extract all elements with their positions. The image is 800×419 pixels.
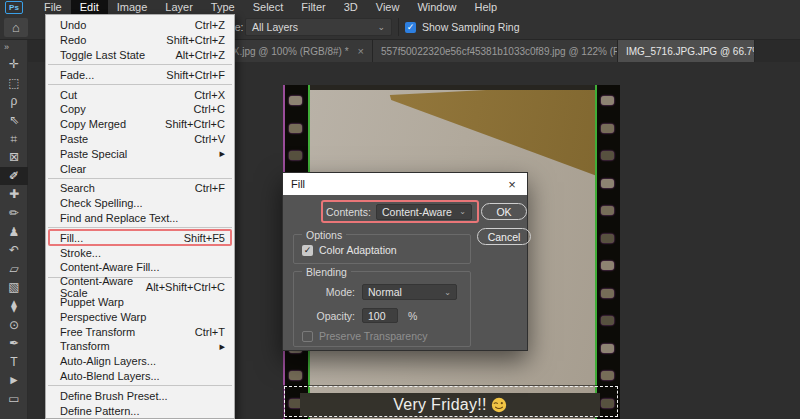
menu-item-auto-align-layers[interactable]: Auto-Align Layers... (46, 354, 234, 369)
frame-tool-icon[interactable]: ⊠ (0, 148, 28, 167)
menu-separator (48, 64, 232, 65)
tools-panel: » ✛ ⬚ ρ ⇖ ⌗ ⊠ ✐ ✚ ✏ ♟ ↶ ▱ ▧ ⧫ ⊙ ✒ T ► ▭ (0, 40, 28, 419)
menu-item-redo[interactable]: RedoShift+Ctrl+Z (46, 33, 234, 48)
menu-separator (48, 227, 232, 228)
mode-label: Mode: (294, 286, 362, 298)
menu-help[interactable]: Help (466, 0, 507, 15)
photoshop-logo-icon: Ps (5, 1, 23, 14)
clone-stamp-tool-icon[interactable]: ♟ (0, 222, 28, 241)
close-dialog-icon[interactable]: × (497, 177, 527, 192)
menu-item-transform[interactable]: Transform▸ (46, 339, 234, 354)
menu-file[interactable]: File (35, 0, 71, 15)
photoshop-window: Ps File Edit Image Layer Type Select Fil… (0, 0, 800, 419)
menu-edit[interactable]: Edit (71, 0, 108, 15)
selection-marching-ants (284, 386, 618, 417)
menu-3d[interactable]: 3D (335, 0, 367, 15)
menu-view[interactable]: View (367, 0, 409, 15)
menu-item-puppet-warp[interactable]: Puppet Warp (46, 295, 234, 310)
home-icon[interactable]: ⌂ (4, 18, 28, 37)
menu-item-perspective-warp[interactable]: Perspective Warp (46, 309, 234, 324)
menu-filter[interactable]: Filter (292, 0, 334, 15)
menu-item-fade[interactable]: Fade...Shift+Ctrl+F (46, 67, 234, 82)
blur-tool-icon[interactable]: ⧫ (0, 297, 28, 316)
chevron-down-icon: ⌄ (444, 288, 451, 297)
menu-separator (48, 385, 232, 386)
menu-item-clear[interactable]: Clear (46, 161, 234, 176)
show-sampling-ring-checkbox[interactable]: ✓ (405, 22, 416, 33)
color-adaptation-checkbox[interactable]: ✓ (302, 245, 313, 256)
menu-bar: Ps File Edit Image Layer Type Select Fil… (0, 0, 800, 15)
move-tool-icon[interactable]: ✛ (0, 55, 28, 74)
cancel-button[interactable]: Cancel (477, 228, 531, 245)
eyedropper-tool-icon[interactable]: ✐ (0, 167, 28, 186)
options-group-label: Options (302, 229, 346, 241)
menu-item-define-brush-preset[interactable]: Define Brush Preset... (46, 388, 234, 403)
blending-group-label: Blending (302, 266, 351, 278)
film-strip-right (595, 85, 620, 419)
tab-label: IMG_5716.JPG.JPG @ 66.7% (RGB/8) (626, 46, 755, 57)
eraser-tool-icon[interactable]: ▱ (0, 260, 28, 279)
submenu-arrow-icon: ▸ (219, 147, 225, 160)
menu-item-define-pattern[interactable]: Define Pattern... (46, 403, 234, 418)
menu-item-cut[interactable]: CutCtrl+X (46, 87, 234, 102)
show-sampling-ring-label: Show Sampling Ring (422, 21, 519, 33)
menu-item-search[interactable]: SearchCtrl+F (46, 181, 234, 196)
mode-value: Normal (368, 286, 402, 298)
options-group: Options ✓ Color Adaptation (293, 234, 471, 264)
menu-item-copy[interactable]: CopyCtrl+C (46, 102, 234, 117)
preserve-transparency-label: Preserve Transparency (319, 330, 428, 342)
opacity-input[interactable]: 100 (362, 308, 398, 323)
collapse-panel-icon[interactable]: » (0, 40, 27, 55)
preserve-transparency-row: Preserve Transparency (302, 330, 428, 342)
menu-item-toggle-last-state[interactable]: Toggle Last StateAlt+Ctrl+Z (46, 48, 234, 63)
object-selection-tool-icon[interactable]: ⇖ (0, 111, 28, 130)
menu-item-find-replace-text[interactable]: Find and Replace Text... (46, 211, 234, 226)
contents-highlight-box: Contents: Content-Aware ⌄ (321, 200, 479, 223)
menu-window[interactable]: Window (408, 0, 465, 15)
healing-brush-tool-icon[interactable]: ✚ (0, 185, 28, 204)
opacity-label: Opacity: (294, 310, 362, 322)
contents-value: Content-Aware (382, 206, 452, 218)
edit-dropdown-menu: UndoCtrl+Z RedoShift+Ctrl+Z Toggle Last … (45, 14, 235, 419)
menu-select[interactable]: Select (244, 0, 293, 15)
menu-item-fill[interactable]: Fill...Shift+F5 (46, 230, 234, 245)
rectangle-tool-icon[interactable]: ▭ (0, 390, 28, 409)
menu-separator (48, 178, 232, 179)
menu-item-paste[interactable]: PasteCtrl+V (46, 132, 234, 147)
menu-item-content-aware-scale[interactable]: Content-Aware ScaleAlt+Shift+Ctrl+C (46, 280, 234, 295)
menu-item-undo[interactable]: UndoCtrl+Z (46, 18, 234, 33)
menu-item-stroke[interactable]: Stroke... (46, 245, 234, 260)
menu-item-content-aware-fill[interactable]: Content-Aware Fill... (46, 260, 234, 275)
menu-item-free-transform[interactable]: Free TransformCtrl+T (46, 324, 234, 339)
gradient-tool-icon[interactable]: ▧ (0, 278, 28, 297)
brush-tool-icon[interactable]: ✏ (0, 204, 28, 223)
lasso-tool-icon[interactable]: ρ (0, 92, 28, 111)
menu-item-auto-blend-layers[interactable]: Auto-Blend Layers... (46, 369, 234, 384)
history-brush-tool-icon[interactable]: ↶ (0, 241, 28, 260)
marquee-tool-icon[interactable]: ⬚ (0, 74, 28, 93)
photo-top-shadow (310, 85, 595, 90)
sample-value: All Layers (252, 21, 298, 33)
color-adaptation-label: Color Adaptation (319, 244, 397, 256)
contents-label: Contents: (326, 206, 371, 218)
preserve-transparency-checkbox (302, 331, 313, 342)
sample-dropdown[interactable]: All Layers ⌄ (245, 18, 392, 36)
fill-dialog-titlebar[interactable]: Fill × (283, 173, 527, 195)
ok-button[interactable]: OK (481, 203, 527, 220)
pen-tool-icon[interactable]: ✒ (0, 334, 28, 353)
contents-dropdown[interactable]: Content-Aware ⌄ (376, 204, 472, 220)
document-tab-2[interactable]: 557f50022320e56cf45381b1033c0f89.jpg @ 1… (373, 40, 618, 62)
menu-item-copy-merged[interactable]: Copy MergedShift+Ctrl+C (46, 117, 234, 132)
close-tab-icon[interactable]: × (358, 45, 364, 57)
type-tool-icon[interactable]: T (0, 353, 28, 372)
menu-type[interactable]: Type (202, 0, 244, 15)
document-tab-3-active[interactable]: IMG_5716.JPG.JPG @ 66.7% (RGB/8) × (618, 40, 755, 62)
path-selection-tool-icon[interactable]: ► (0, 371, 28, 390)
dodge-tool-icon[interactable]: ⊙ (0, 315, 28, 334)
menu-item-check-spelling[interactable]: Check Spelling... (46, 196, 234, 211)
menu-item-paste-special[interactable]: Paste Special▸ (46, 146, 234, 161)
menu-image[interactable]: Image (108, 0, 157, 15)
mode-dropdown[interactable]: Normal ⌄ (362, 284, 457, 300)
crop-tool-icon[interactable]: ⌗ (0, 129, 28, 148)
menu-layer[interactable]: Layer (156, 0, 202, 15)
